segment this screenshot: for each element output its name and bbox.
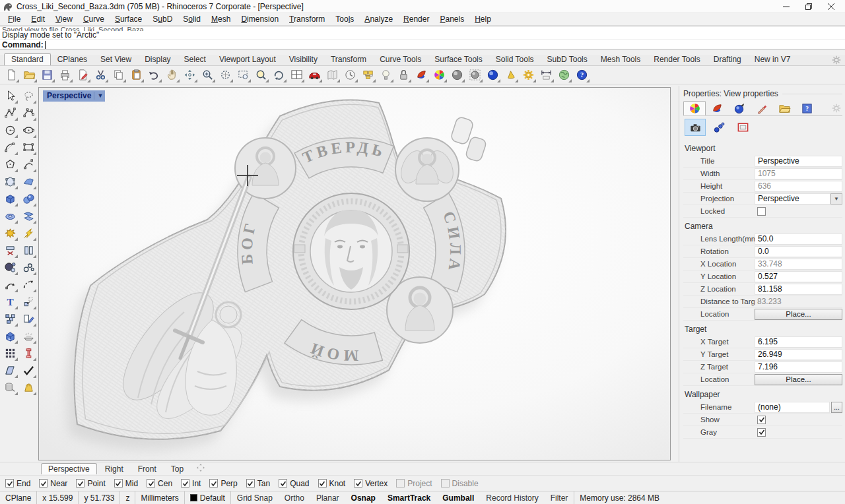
osnap-tan[interactable]: Tan — [246, 479, 270, 488]
viewport-tab-right[interactable]: Right — [98, 464, 130, 474]
sphere-sub-tool-icon[interactable] — [1, 259, 18, 276]
menu-item-render[interactable]: Render — [398, 13, 434, 25]
trim-tool-icon[interactable] — [1, 241, 18, 259]
menu-item-dimension[interactable]: Dimension — [236, 13, 284, 25]
panel-tab-help-page[interactable]: ? — [795, 101, 818, 115]
value-field[interactable]: Perspective — [755, 156, 842, 167]
toolbar-tab-solid-tools[interactable]: Solid Tools — [489, 54, 541, 65]
osnap-disable[interactable]: Disable — [441, 479, 479, 488]
lasso-tool-icon[interactable] — [20, 87, 37, 104]
status-toggle-planar[interactable]: Planar — [310, 493, 345, 503]
torus-tool-icon[interactable] — [1, 207, 18, 224]
toolbar-tab-select[interactable]: Select — [178, 54, 213, 65]
srf-quad-tool-icon[interactable] — [20, 207, 37, 224]
named-view-car-icon[interactable] — [306, 67, 323, 83]
toolbar-tab-new-in-v7[interactable]: New in V7 — [748, 54, 797, 65]
toolbar-tab-viewport-layout[interactable]: Viewport Layout — [213, 54, 283, 65]
toolbar-tab-transform[interactable]: Transform — [324, 54, 373, 65]
checkbox-unchecked[interactable] — [441, 479, 450, 488]
color-wheel-icon[interactable] — [430, 67, 448, 83]
status-toggle-grid-snap[interactable]: Grid Snap — [231, 493, 279, 503]
status-cell-default[interactable]: Default — [185, 491, 231, 504]
viewport-canvas[interactable]: Perspective ▼ — [38, 87, 671, 460]
subtab-molecule-links[interactable] — [708, 119, 729, 136]
osnap-perp[interactable]: Perp — [209, 479, 237, 488]
status-toggle-osnap[interactable]: Osnap — [345, 493, 382, 503]
value-field[interactable]: 6.195 — [755, 336, 842, 348]
pan-icon[interactable] — [163, 67, 180, 83]
curve-cp-tool-icon[interactable] — [20, 104, 37, 121]
circle-tool-icon[interactable] — [1, 121, 18, 139]
grid-array-tool-icon[interactable] — [1, 344, 18, 362]
menu-item-edit[interactable]: Edit — [26, 13, 50, 25]
toolbar-tab-set-view[interactable]: Set View — [94, 54, 138, 65]
place-button[interactable]: Place... — [755, 374, 842, 385]
earth-anchor-icon[interactable] — [555, 67, 572, 83]
molecule-tool-icon[interactable] — [20, 259, 37, 276]
boat-tool-icon[interactable] — [20, 327, 37, 344]
osnap-end[interactable]: End — [5, 479, 30, 488]
layers-icon[interactable] — [359, 67, 376, 83]
dropdown-arrow-icon[interactable]: ▼ — [830, 193, 842, 205]
solid-box-tool-icon[interactable] — [1, 327, 18, 344]
value-field[interactable]: 50.0 — [755, 234, 842, 245]
undo-icon[interactable] — [145, 67, 162, 83]
shear-tool-icon[interactable] — [1, 362, 18, 379]
arc-tool-icon[interactable] — [1, 139, 18, 156]
osnap-int[interactable]: Int — [181, 479, 201, 488]
blocks-tool-icon[interactable] — [1, 310, 18, 327]
value-field[interactable]: 1075 — [755, 168, 842, 179]
print-icon[interactable] — [56, 67, 73, 83]
render-sphere-icon[interactable] — [448, 67, 465, 83]
viewport-title-label[interactable]: Perspective ▼ — [43, 90, 105, 102]
close-button[interactable] — [820, 0, 842, 13]
status-toggle-ortho[interactable]: Ortho — [279, 493, 310, 503]
toolbar-tab-subd-tools[interactable]: SubD Tools — [541, 54, 594, 65]
subtab-camera[interactable] — [685, 119, 706, 136]
osnap-quad[interactable]: Quad — [279, 479, 309, 488]
panel-tab-globe-arrow[interactable] — [728, 101, 751, 115]
polygon-tool-icon[interactable] — [1, 156, 18, 173]
menu-item-view[interactable]: View — [50, 13, 78, 25]
value-field[interactable]: 0.0 — [755, 246, 842, 257]
viewport-layout-icon[interactable] — [288, 67, 305, 83]
text-T-tool-icon[interactable]: T — [1, 293, 18, 310]
material-properties-icon[interactable] — [413, 67, 430, 83]
checkbox-checked[interactable] — [114, 479, 123, 488]
pipe-tool-icon[interactable] — [20, 344, 37, 362]
status-cell-z[interactable]: z — [120, 491, 135, 504]
osnap-near[interactable]: Near — [39, 479, 67, 488]
menu-item-analyze[interactable]: Analyze — [359, 13, 398, 25]
options-gear-icon[interactable] — [520, 67, 537, 83]
toolbar-tab-visibility[interactable]: Visibility — [283, 54, 324, 65]
menu-item-transform[interactable]: Transform — [284, 13, 330, 25]
osnap-mid[interactable]: Mid — [114, 479, 138, 488]
curve-arrow-tool-icon[interactable] — [1, 276, 18, 293]
browse-button[interactable]: ... — [831, 402, 842, 413]
panel-tab-pencil-brush[interactable] — [751, 101, 773, 115]
srf-points-tool-icon[interactable] — [1, 173, 18, 190]
menu-item-file[interactable]: File — [3, 13, 26, 25]
osnap-point[interactable]: Point — [76, 479, 105, 488]
viewport-tab-top[interactable]: Top — [164, 464, 190, 474]
cylinder-tool-icon[interactable] — [1, 379, 18, 396]
new-document-icon[interactable] — [3, 67, 20, 83]
panel-tab-folder-icon[interactable] — [773, 101, 795, 115]
menu-item-help[interactable]: Help — [469, 13, 496, 25]
zoom-window-icon[interactable] — [234, 67, 252, 83]
move-tab-icon[interactable] — [197, 464, 205, 474]
render-in-box-icon[interactable] — [466, 67, 483, 83]
check-tool-icon[interactable] — [20, 362, 37, 379]
set-view-clock-icon[interactable] — [341, 67, 358, 83]
status-cell-y-[interactable]: y 51.733 — [79, 491, 120, 504]
paint-select-tool-icon[interactable] — [20, 310, 37, 327]
spheres-tool-icon[interactable] — [20, 190, 37, 207]
panel-tab-material-properties[interactable] — [706, 101, 728, 115]
value-field[interactable]: 7.196 — [755, 362, 842, 373]
osnap-project[interactable]: Project — [396, 479, 432, 488]
value-field[interactable]: Perspective — [755, 193, 830, 205]
status-cell-millimeters[interactable]: Millimeters — [135, 491, 184, 504]
value-field[interactable]: 33.748 — [755, 259, 842, 270]
srf-bend-tool-icon[interactable] — [20, 173, 37, 190]
plan-view-icon[interactable] — [323, 67, 341, 83]
